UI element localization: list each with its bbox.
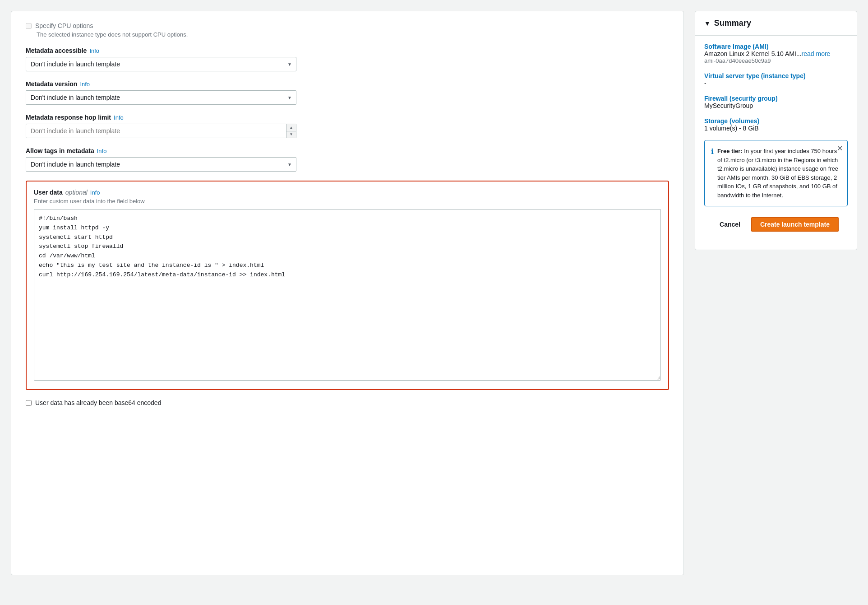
summary-instance-type-value: - [704, 79, 848, 87]
user-data-description: Enter custom user data into the field be… [34, 198, 661, 205]
allow-tags-select[interactable]: Don't include in launch template Enable … [26, 157, 296, 172]
metadata-hop-limit-group: Metadata response hop limit Info ▲ ▼ [26, 114, 669, 138]
free-tier-text: Free tier: In your first year includes 7… [717, 147, 841, 200]
summary-section-storage: Storage (volumes) 1 volume(s) - 8 GiB [704, 117, 848, 132]
spinner-down-button[interactable]: ▼ [286, 131, 296, 138]
metadata-accessible-label: Metadata accessible Info [26, 47, 669, 54]
summary-header: ▼ Summary [695, 11, 857, 36]
main-form-panel: Specify CPU options The selected instanc… [11, 11, 684, 575]
summary-storage-link[interactable]: Storage (volumes) [704, 117, 759, 125]
free-tier-close-button[interactable]: ✕ [837, 145, 843, 152]
cpu-options-description: The selected instance type does not supp… [37, 31, 669, 38]
summary-section-ami: Software Image (AMI) Amazon Linux 2 Kern… [704, 43, 848, 64]
cancel-button[interactable]: Cancel [714, 218, 746, 231]
metadata-hop-limit-controls: ▲ ▼ [286, 124, 296, 138]
summary-firewall-value: MySecurityGroup [704, 102, 848, 109]
summary-section-instance-type: Virtual server type (instance type) - [704, 72, 848, 87]
metadata-version-wrapper: Don't include in launch template V1 and … [26, 90, 296, 105]
metadata-version-label: Metadata version Info [26, 80, 669, 88]
user-data-textarea[interactable]: #!/bin/bash yum install httpd -y systemc… [34, 209, 661, 381]
cpu-options-label: Specify CPU options [35, 22, 93, 29]
free-tier-notice: ℹ Free tier: In your first year includes… [704, 140, 848, 206]
metadata-accessible-wrapper: Don't include in launch template Enabled… [26, 57, 296, 71]
base64-label[interactable]: User data has already been base64 encode… [35, 399, 161, 406]
allow-tags-label: Allow tags in metadata Info [26, 147, 669, 154]
user-data-info[interactable]: Info [90, 189, 100, 196]
spinner-up-button[interactable]: ▲ [286, 124, 296, 131]
summary-toggle-icon[interactable]: ▼ [704, 20, 711, 27]
ami-read-more-link[interactable]: read more [802, 50, 831, 57]
cpu-options-checkbox[interactable] [26, 23, 32, 29]
user-data-optional: optional [65, 189, 88, 196]
metadata-hop-limit-wrapper: ▲ ▼ [26, 124, 296, 138]
create-launch-template-button[interactable]: Create launch template [751, 217, 839, 232]
free-tier-info-icon: ℹ [711, 147, 714, 156]
metadata-accessible-info[interactable]: Info [89, 47, 99, 54]
allow-tags-wrapper: Don't include in launch template Enable … [26, 157, 296, 172]
summary-panel: ▼ Summary Software Image (AMI) Amazon Li… [695, 11, 857, 250]
summary-ami-link[interactable]: Software Image (AMI) [704, 43, 768, 50]
summary-firewall-link[interactable]: Firewall (security group) [704, 95, 778, 102]
metadata-hop-limit-label: Metadata response hop limit Info [26, 114, 669, 121]
metadata-version-select[interactable]: Don't include in launch template V1 and … [26, 90, 296, 105]
metadata-accessible-group: Metadata accessible Info Don't include i… [26, 47, 669, 71]
free-tier-header: ℹ Free tier: In your first year includes… [711, 147, 841, 200]
action-row: Cancel Create launch template [704, 217, 848, 232]
user-data-label: User data optional Info [34, 189, 661, 196]
summary-section-firewall: Firewall (security group) MySecurityGrou… [704, 95, 848, 109]
summary-title: Summary [714, 19, 751, 28]
cpu-options-section: Specify CPU options The selected instanc… [26, 22, 669, 38]
allow-tags-info[interactable]: Info [97, 148, 107, 154]
user-data-section: User data optional Info Enter custom use… [26, 181, 669, 390]
summary-storage-value: 1 volume(s) - 8 GiB [704, 125, 848, 132]
summary-body: Software Image (AMI) Amazon Linux 2 Kern… [695, 36, 857, 239]
summary-ami-value: Amazon Linux 2 Kernel 5.10 AMI...read mo… [704, 50, 848, 64]
metadata-hop-limit-input[interactable] [26, 124, 296, 138]
allow-tags-group: Allow tags in metadata Info Don't includ… [26, 147, 669, 172]
metadata-version-group: Metadata version Info Don't include in l… [26, 80, 669, 105]
metadata-version-info[interactable]: Info [80, 81, 90, 88]
metadata-accessible-select[interactable]: Don't include in launch template Enabled… [26, 57, 296, 71]
base64-row: User data has already been base64 encode… [26, 399, 669, 406]
summary-instance-type-link[interactable]: Virtual server type (instance type) [704, 72, 806, 79]
metadata-hop-limit-info[interactable]: Info [114, 114, 124, 121]
ami-id: ami-0aa7d40eeae50c9a9 [704, 57, 848, 64]
base64-checkbox[interactable] [26, 400, 32, 406]
